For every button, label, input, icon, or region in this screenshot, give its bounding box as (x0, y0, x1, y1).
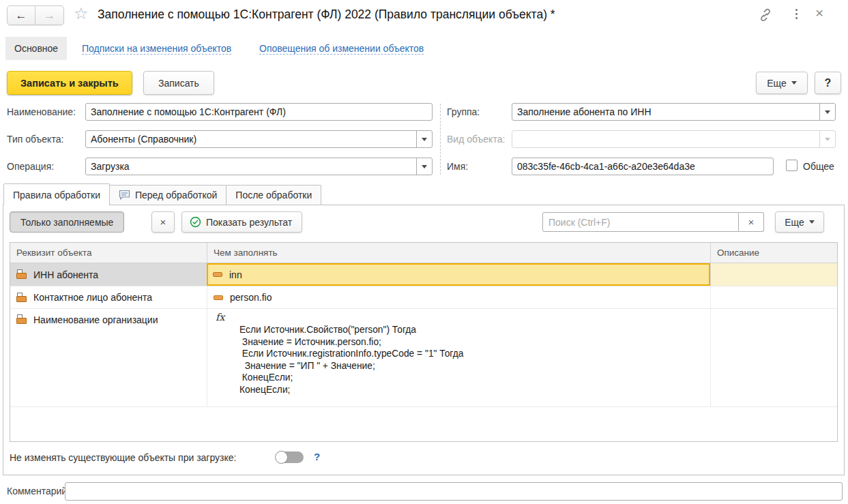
group-value: Заполнение абонента по ИНН (512, 104, 819, 120)
more-button-label: Еще (767, 78, 787, 89)
object-type-value: Абоненты (Справочник) (86, 131, 416, 147)
table-row: Наименование организации fx Если Источни… (10, 308, 837, 407)
dash-icon (214, 295, 223, 300)
object-type-select[interactable]: Абоненты (Справочник) (85, 130, 433, 148)
cell-attribute[interactable]: ИНН абонента (10, 263, 207, 286)
more-button-top[interactable]: Еще (756, 72, 808, 94)
fx-formula-icon: fx (216, 312, 225, 323)
clear-search-button[interactable]: × (739, 212, 764, 232)
only-filled-toggle-button[interactable]: Только заполняемые (10, 211, 124, 233)
column-header-attribute[interactable]: Реквизит объекта (10, 243, 207, 263)
attribute-icon (16, 293, 27, 303)
search-input[interactable] (542, 212, 739, 232)
group-dropdown-button[interactable] (819, 104, 835, 120)
operation-label: Операция: (7, 161, 54, 172)
cell-description[interactable] (710, 308, 837, 407)
tab-processing-rules[interactable]: Правила обработки (3, 183, 110, 205)
common-checkbox-label[interactable]: Общее (803, 161, 834, 172)
table-row: Контактное лицо абонента person.fio (10, 286, 837, 308)
processing-tabstrip: Правила обработки Перед обработкой После… (3, 183, 321, 205)
no-change-toggle[interactable] (276, 451, 304, 464)
show-result-label: Показать результат (206, 217, 292, 228)
table-header-row: Реквизит объекта Чем заполнять Описание (10, 243, 837, 263)
nav-item-main[interactable]: Основное (5, 37, 67, 60)
cell-attribute[interactable]: Наименование организации (10, 308, 207, 407)
cell-value-code[interactable]: fx Если Источник.Свойство("person") Тогд… (207, 308, 710, 407)
cell-text: ИНН абонента (33, 269, 98, 280)
object-kind-label: Вид объекта: (447, 134, 505, 145)
favorite-star-icon[interactable]: ☆ (74, 5, 89, 22)
nav-item-subscriptions[interactable]: Подписки на изменения объектов (82, 43, 231, 55)
chevron-down-icon (422, 138, 427, 141)
cell-text: inn (229, 269, 242, 280)
name-input[interactable] (85, 103, 433, 121)
operation-dropdown-button[interactable] (416, 158, 432, 175)
tab-label: Правила обработки (13, 190, 100, 201)
cell-value[interactable]: person.fio (207, 286, 710, 308)
save-button[interactable]: Записать (143, 71, 214, 95)
code-line: КонецЕсли; (239, 372, 710, 384)
object-kind-select (512, 130, 836, 148)
no-change-toggle-label: Не изменять существующие объекты при заг… (10, 452, 236, 463)
close-icon[interactable]: × (815, 5, 823, 21)
code-line: Значение = "ИП " + Значение; (239, 360, 710, 372)
back-button[interactable]: ← (8, 6, 35, 25)
more-button-panel[interactable]: Еще (775, 211, 824, 233)
code-line: Значение = Источник.person.fio; (239, 336, 710, 349)
code-block: Если Источник.Свойство("person") Тогда З… (239, 324, 710, 396)
object-kind-dropdown-button (819, 131, 835, 147)
attribute-icon (16, 314, 27, 325)
forward-button[interactable]: → (35, 6, 63, 25)
check-circle-icon (190, 216, 201, 228)
id-label: Имя: (447, 161, 468, 172)
search-group: × (542, 212, 764, 232)
comment-bubble-icon (119, 190, 130, 201)
group-select[interactable]: Заполнение абонента по ИНН (512, 103, 836, 121)
cell-description[interactable] (710, 263, 837, 286)
nav-item-notifications[interactable]: Оповещения об изменении объектов (259, 43, 424, 55)
code-line: Если Источник.registrationInfo.typeCode … (239, 348, 710, 360)
cell-attribute[interactable]: Контактное лицо абонента (10, 286, 207, 308)
clear-filter-button[interactable]: × (151, 211, 175, 233)
more-menu-dots-icon[interactable] (793, 8, 800, 20)
object-type-label: Тип объекта: (7, 134, 63, 145)
page-title: Заполнение с помощью 1С:Контрагент (ФЛ) … (98, 8, 555, 22)
tab-before-processing[interactable]: Перед обработкой (109, 185, 226, 205)
column-header-description[interactable]: Описание (710, 243, 837, 263)
cell-value-current[interactable]: inn (207, 263, 710, 286)
more-button-label: Еще (785, 217, 804, 228)
show-result-button[interactable]: Показать результат (181, 211, 302, 233)
tab-after-processing[interactable]: После обработки (226, 185, 321, 205)
chevron-down-icon (825, 138, 830, 141)
cell-text: Контактное лицо абонента (33, 292, 152, 303)
code-line: КонецЕсли; (239, 384, 710, 396)
object-kind-value (512, 131, 819, 147)
tab-label: После обработки (235, 190, 312, 201)
object-translation-rule-window: ← → ☆ Заполнение с помощью 1С:Контрагент… (0, 0, 848, 504)
column-header-value[interactable]: Чем заполнять (207, 243, 710, 263)
tab-label: Перед обработкой (135, 190, 217, 201)
mapping-table: Реквизит объекта Чем заполнять Описание … (10, 242, 838, 442)
id-input[interactable] (512, 158, 774, 175)
chevron-down-icon (422, 165, 427, 168)
toggle-help-link[interactable]: ? (314, 451, 320, 462)
cell-text: Наименование организации (33, 314, 158, 325)
name-label: Наименование: (7, 106, 76, 117)
help-button[interactable]: ? (815, 72, 841, 94)
comment-label: Комментарий: (7, 486, 70, 496)
group-label: Группа: (447, 106, 480, 117)
attribute-icon (16, 269, 27, 280)
comment-input[interactable] (65, 482, 843, 501)
cell-description[interactable] (710, 286, 837, 308)
common-checkbox[interactable] (786, 160, 798, 171)
form-column-separator (440, 104, 441, 175)
chevron-down-icon (791, 81, 797, 85)
table-row: ИНН абонента inn (10, 263, 837, 286)
object-type-dropdown-button[interactable] (416, 131, 432, 147)
cell-text: person.fio (230, 292, 272, 303)
operation-select[interactable]: Загрузка (85, 158, 433, 175)
get-link-icon[interactable] (759, 8, 772, 25)
save-and-close-button[interactable]: Записать и закрыть (7, 71, 132, 95)
chevron-down-icon (825, 110, 830, 114)
operation-value: Загрузка (86, 158, 416, 175)
